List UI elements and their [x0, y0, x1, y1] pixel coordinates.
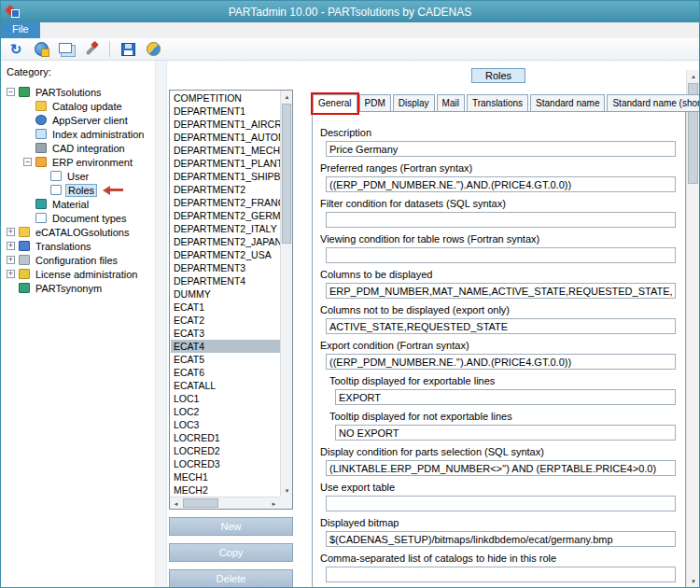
role-list-item[interactable]: DEPARTMENT2_FRANCE [171, 196, 280, 209]
field-input[interactable] [326, 283, 676, 299]
tree-item-roles[interactable]: Roles [5, 183, 154, 197]
role-list-item[interactable]: LOCRED3 [171, 457, 280, 470]
detail-tab[interactable]: Mail [437, 94, 465, 112]
expand-icon[interactable]: + [7, 228, 15, 236]
role-list-item[interactable]: DEPARTMENT2_USA [171, 248, 280, 261]
save-button[interactable] [117, 39, 139, 59]
tree-item-index-administration[interactable]: Index administration [5, 127, 154, 141]
role-list-item[interactable]: DEPARTMENT1 [171, 105, 280, 118]
role-list-item[interactable]: LOC1 [171, 392, 280, 405]
role-list-item[interactable]: ECAT1 [171, 301, 280, 314]
role-list-item[interactable]: DEPARTMENT4 [171, 274, 280, 287]
tree-item-partsynonym[interactable]: PARTsynonym [5, 281, 154, 295]
expand-icon[interactable]: + [7, 242, 15, 250]
field-input[interactable] [326, 176, 676, 192]
titlebar[interactable]: PARTadmin 10.00 - PARTsolutions by CADEN… [1, 1, 699, 22]
expand-icon[interactable]: + [7, 270, 15, 278]
horizontal-scrollbar-thumb[interactable] [183, 498, 218, 508]
role-list-item[interactable]: DEPARTMENT1_AIRCRAFT [171, 118, 280, 131]
field-input[interactable] [326, 354, 676, 370]
role-list-item[interactable]: MECH2 [171, 483, 280, 497]
tree-item-catalog-update[interactable]: Catalog update [5, 99, 154, 113]
tree-item-erp-environment[interactable]: − ERP environment [5, 155, 154, 169]
vertical-scrollbar-thumb[interactable] [282, 104, 291, 244]
role-list-item[interactable]: LOCRED2 [171, 444, 280, 457]
tree-item-ecatalogsolutions[interactable]: + eCATALOGsolutions [5, 225, 154, 239]
field-label: Viewing condition for table rows (Fortra… [320, 233, 678, 245]
collapse-icon[interactable]: − [7, 88, 15, 96]
scroll-up-icon[interactable]: ▲ [281, 91, 293, 103]
scroll-down-icon[interactable]: ▼ [687, 575, 699, 587]
role-list-item[interactable]: ECATALL [171, 379, 280, 392]
role-list-item[interactable]: DUMMY [171, 287, 280, 301]
panel-vertical-scrollbar[interactable]: ▲ ▼ [686, 70, 699, 587]
scroll-left-icon[interactable]: ◄ [170, 497, 182, 510]
tree-item-document-types[interactable]: Document types [5, 211, 154, 225]
field-input[interactable] [326, 247, 676, 263]
field-label: Columns not to be displayed (export only… [320, 304, 678, 316]
new-button[interactable]: New [169, 517, 293, 536]
catalog-button[interactable] [30, 39, 52, 59]
scroll-right-icon[interactable]: ► [268, 497, 280, 510]
role-list-item[interactable]: DEPARTMENT2_JAPAN [171, 235, 280, 248]
field-input[interactable] [326, 496, 676, 511]
field-input[interactable] [326, 318, 676, 334]
role-list-item[interactable]: DEPARTMENT1_MECHANICA [171, 144, 280, 157]
role-list-item[interactable]: MECH1 [171, 470, 280, 483]
role-list-item[interactable]: ECAT5 [171, 353, 280, 366]
refresh-button[interactable]: ↻ [5, 39, 27, 59]
role-list-item[interactable]: ECAT2 [171, 314, 280, 327]
detail-tab[interactable]: Standard name [530, 94, 605, 112]
index-button[interactable] [55, 39, 77, 59]
tree-item-material[interactable]: Material [5, 197, 154, 211]
expand-icon[interactable]: + [7, 256, 15, 264]
role-list-item[interactable]: DEPARTMENT1_PLANTDESIG [171, 157, 280, 170]
tree-item-cad-integration[interactable]: CAD integration [5, 141, 154, 155]
role-list-item[interactable]: DEPARTMENT1_AUTOMOTIV [171, 131, 280, 144]
security-button[interactable] [142, 39, 164, 59]
role-list-item[interactable]: COMPETITION [171, 91, 280, 105]
role-list-item[interactable]: LOC3 [171, 418, 280, 431]
tools-button[interactable] [80, 39, 103, 59]
list-vertical-scrollbar[interactable]: ▲ ▼ [280, 91, 292, 497]
role-list-item[interactable]: DEPARTMENT1_SHIPBUILDIN [171, 170, 280, 183]
role-list-item[interactable]: ECAT4 [171, 340, 280, 353]
copy-button[interactable]: Copy [169, 543, 293, 562]
collapse-icon[interactable]: − [23, 158, 32, 166]
tree-item-translations[interactable]: + Translations [5, 239, 154, 253]
field-input[interactable] [326, 141, 676, 157]
detail-tab[interactable]: Display [393, 94, 435, 112]
detail-tab[interactable]: Standard name (short) [607, 94, 699, 112]
form-field: Columns not to be displayed (export only… [320, 304, 678, 334]
app-icon[interactable] [6, 5, 20, 19]
field-input[interactable] [326, 212, 676, 228]
field-input[interactable] [326, 531, 676, 547]
role-list-item[interactable]: LOC2 [171, 405, 280, 418]
tree-item-user[interactable]: User [5, 169, 154, 183]
category-scrollbar-track[interactable] [155, 61, 167, 587]
role-list-item[interactable]: DEPARTMENT2_GERMANY [171, 209, 280, 222]
scroll-up-icon[interactable]: ▲ [687, 70, 699, 82]
field-input[interactable] [335, 389, 676, 405]
tree-item-license-administration[interactable]: + License administration [5, 267, 154, 281]
field-input[interactable] [326, 567, 676, 582]
role-list-item[interactable]: DEPARTMENT2_ITALY [171, 222, 280, 235]
delete-button[interactable]: Delete [169, 569, 293, 587]
tree-item-appserver-client[interactable]: AppServer client [5, 113, 154, 127]
field-input[interactable] [335, 425, 676, 441]
list-horizontal-scrollbar[interactable]: ◄ ► [170, 497, 280, 509]
detail-tab[interactable]: PDM [359, 94, 391, 112]
field-input[interactable] [326, 460, 676, 476]
scroll-down-icon[interactable]: ▼ [281, 484, 293, 497]
role-list-item[interactable]: DEPARTMENT3 [171, 261, 280, 274]
tree-item-partsolutions[interactable]: − PARTsolutions [5, 85, 154, 99]
role-list-item[interactable]: ECAT3 [171, 327, 280, 340]
menu-file[interactable]: File [1, 22, 40, 38]
tree-item-configuration-files[interactable]: + Configuration files [5, 253, 154, 267]
role-list-item[interactable]: LOCRED1 [171, 431, 280, 444]
role-list-item[interactable]: DEPARTMENT2 [171, 183, 280, 196]
detail-tab[interactable]: Translations [467, 94, 528, 112]
form-field: Tooltip displayed for not exportable lin… [329, 411, 678, 441]
detail-tab[interactable]: General [313, 94, 357, 113]
role-list-item[interactable]: ECAT6 [171, 366, 280, 379]
